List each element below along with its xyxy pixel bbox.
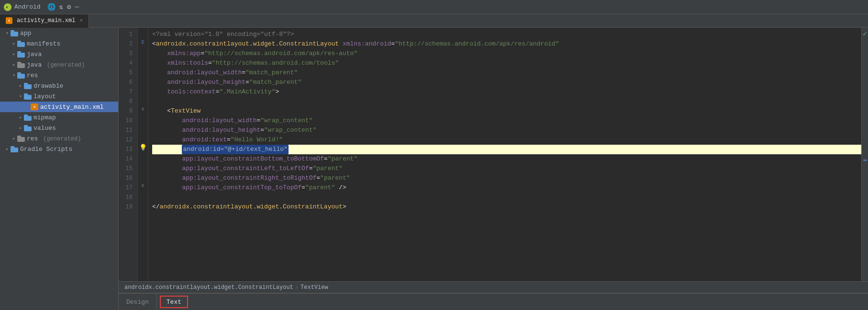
sidebar-item-res[interactable]: ▾ res xyxy=(0,70,118,80)
fold-icon-9[interactable]: ▽ xyxy=(138,104,148,114)
tab-design[interactable]: Design xyxy=(119,294,157,310)
code-token: android:layout_height xyxy=(152,78,245,87)
breadcrumb-item-2[interactable]: TextView xyxy=(300,284,328,291)
code-token: android:text xyxy=(152,135,227,145)
arrows-icon[interactable]: ⇅ xyxy=(59,3,63,11)
globe-icon[interactable]: 🌐 xyxy=(47,3,56,11)
sidebar-label-java-gen: java (generated) xyxy=(27,61,118,69)
expand-arrow: ▸ xyxy=(17,83,24,89)
fold-icon-17[interactable]: ▽ xyxy=(138,181,148,191)
sidebar-item-java[interactable]: ▸ java xyxy=(0,49,118,59)
sidebar-label-mipmap: mipmap xyxy=(33,114,118,121)
sidebar-item-activity-main[interactable]: x activity_main.xml xyxy=(0,102,118,112)
mipmap-folder-icon xyxy=(24,115,32,121)
line-num-3: 3 xyxy=(119,49,134,58)
top-bar-icons: 🌐 ⇅ ⚙ — xyxy=(47,3,79,11)
svg-rect-4 xyxy=(17,42,25,47)
svg-rect-9 xyxy=(17,62,21,64)
code-token: "Hello World!" xyxy=(231,135,283,145)
line-num-12: 12 xyxy=(119,135,134,145)
code-token: = xyxy=(208,58,212,68)
line-num-4: 4 xyxy=(119,58,134,68)
tab-activity-main[interactable]: x activity_main.xml × xyxy=(0,14,89,28)
sidebar-item-res-generated[interactable]: ▸ res (generated) xyxy=(0,133,118,144)
code-line-15: app:layout_constraintLeft_toLeftOf="pare… xyxy=(152,164,861,173)
sidebar-item-manifests[interactable]: ▸ manifests xyxy=(0,38,118,49)
code-line-7: tools:context=".MainActivity"> xyxy=(152,87,861,97)
svg-rect-14 xyxy=(24,95,32,100)
code-token: "match_parent" xyxy=(249,78,301,87)
code-token: = xyxy=(227,135,231,145)
sidebar-item-gradle[interactable]: ▸ Gradle Scripts xyxy=(0,144,118,154)
code-token: TextView xyxy=(171,106,200,116)
code-token: "wrap_content" xyxy=(264,126,316,135)
line-num-7: 7 xyxy=(119,87,134,97)
code-line-5: android:layout_width="match_parent" xyxy=(152,68,861,78)
code-line-18 xyxy=(152,193,861,202)
main-layout: ▾ app ▸ manifests ▸ java ▸ java (generat… xyxy=(0,28,868,310)
sidebar-label-java: java xyxy=(27,51,118,58)
code-token: androidx.constraintlayout.widget.Constra… xyxy=(160,202,343,212)
code-line-8 xyxy=(152,97,861,106)
code-line-1: <?xml version="1.0" encoding="utf-8"?> xyxy=(152,30,861,39)
expand-arrow: ▸ xyxy=(4,146,11,152)
code-token: < xyxy=(152,106,171,116)
line-numbers: 1 2 3 4 5 6 7 8 9 10 11 12 13 14 15 16 1… xyxy=(119,28,138,281)
sidebar-item-layout[interactable]: ▾ layout xyxy=(0,91,118,102)
code-token: app:layout_constraintLeft_toLeftOf xyxy=(152,164,309,173)
line-num-8: 8 xyxy=(119,97,134,106)
tab-text[interactable]: Text xyxy=(160,296,188,308)
code-token: < xyxy=(152,39,156,49)
line-num-18: 18 xyxy=(119,193,134,202)
svg-rect-15 xyxy=(24,93,28,95)
breadcrumb-bar: androidx.constraintlayout.widget.Constra… xyxy=(119,281,868,293)
expand-arrow: ▸ xyxy=(11,41,17,46)
editor-content[interactable]: 1 2 3 4 5 6 7 8 9 10 11 12 13 14 15 16 1… xyxy=(119,28,868,281)
code-token: android:layout_width xyxy=(152,68,242,78)
svg-rect-18 xyxy=(24,126,32,131)
svg-rect-22 xyxy=(11,148,18,152)
sidebar-label-values: values xyxy=(33,125,118,132)
minimize-icon[interactable]: — xyxy=(75,3,78,11)
code-token: "parent" xyxy=(320,173,350,183)
drawable-folder-icon xyxy=(24,83,32,89)
lightbulb-icon-13[interactable]: 💡 xyxy=(138,143,148,152)
settings-icon[interactable]: ⚙ xyxy=(67,3,71,11)
code-token: = xyxy=(391,39,395,49)
sidebar-label-gradle: Gradle Scripts xyxy=(20,146,118,153)
line-num-16: 16 xyxy=(119,173,134,183)
activity-main-file-icon: x xyxy=(31,103,38,110)
sidebar-label-activity-main: activity_main.xml xyxy=(40,103,118,111)
code-token: "parent" xyxy=(305,183,335,193)
code-token: "http://schemas.android.com/tools" xyxy=(212,58,339,68)
xml-file-icon: x xyxy=(6,17,12,24)
svg-rect-23 xyxy=(11,146,14,148)
code-token: ".MainActivity" xyxy=(219,87,275,97)
c-marker-2[interactable]: C xyxy=(138,37,148,47)
expand-arrow: ▾ xyxy=(17,93,24,99)
sidebar-item-app[interactable]: ▾ app xyxy=(0,28,118,38)
expand-arrow: ▾ xyxy=(11,72,17,78)
java-gen-folder-icon xyxy=(17,62,25,68)
sidebar-item-drawable[interactable]: ▸ drawable xyxy=(0,80,118,91)
svg-rect-20 xyxy=(17,137,25,142)
code-line-19: </androidx.constraintlayout.widget.Const… xyxy=(152,202,861,212)
code-line-11: android:layout_height="wrap_content" xyxy=(152,126,861,135)
top-bar: A Android 🌐 ⇅ ⚙ — xyxy=(0,0,868,14)
code-token: = xyxy=(260,126,264,135)
manifests-folder-icon xyxy=(17,41,25,47)
breadcrumb-item-1[interactable]: androidx.constraintlayout.widget.Constra… xyxy=(124,284,293,291)
svg-rect-19 xyxy=(24,125,28,127)
bottom-tabs: Design Text xyxy=(119,293,868,310)
code-token: "http://schemas.android.com/apk/res-auto… xyxy=(204,49,357,58)
code-token: = xyxy=(301,183,305,193)
sidebar-item-values[interactable]: ▸ values xyxy=(0,123,118,133)
tab-close-icon[interactable]: × xyxy=(79,18,83,23)
res-gen-folder-icon xyxy=(17,136,25,142)
sidebar-item-java-generated[interactable]: ▸ java (generated) xyxy=(0,59,118,70)
expand-arrow: ▸ xyxy=(11,51,17,57)
sidebar-item-mipmap[interactable]: ▸ mipmap xyxy=(0,112,118,123)
code-editor[interactable]: <?xml version="1.0" encoding="utf-8"?> <… xyxy=(148,28,861,281)
line-num-13: 13 xyxy=(119,145,134,154)
line-num-11: 11 xyxy=(119,126,134,135)
